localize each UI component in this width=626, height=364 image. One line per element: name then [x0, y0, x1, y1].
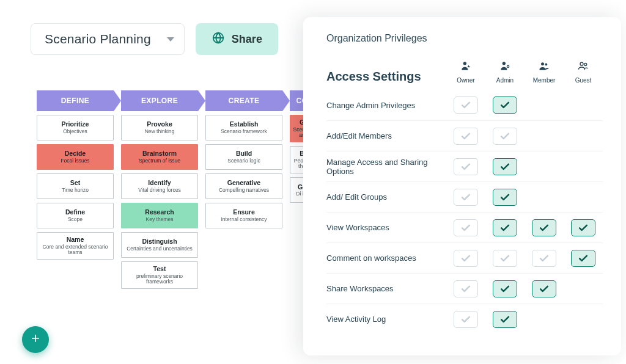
privilege-toggle[interactable]	[454, 96, 478, 114]
board-card[interactable]: DefineScope	[37, 203, 114, 228]
board-card[interactable]: BrainstormSpectrum of issue	[121, 144, 198, 170]
privilege-toggle[interactable]	[454, 158, 478, 175]
privilege-cell	[485, 158, 525, 175]
privilege-toggle[interactable]	[454, 189, 478, 206]
card-subtitle: Spectrum of issue	[139, 158, 180, 164]
card-title: Name	[67, 236, 84, 244]
privilege-cell	[446, 250, 485, 267]
board-card[interactable]: EstablishScenario framework	[205, 115, 282, 140]
privilege-toggle[interactable]	[571, 250, 595, 267]
privileges-rows: Change Admin PrivilegesAdd/Edit MembersM…	[326, 90, 603, 334]
board-card[interactable]: BuildScenario logic	[205, 144, 282, 170]
card-subtitle: Key themes	[146, 217, 174, 222]
privilege-cell	[525, 219, 564, 236]
privilege-name: Change Admin Privileges	[326, 101, 446, 110]
privilege-cell	[485, 219, 525, 236]
privilege-cell	[446, 311, 485, 328]
privilege-toggle[interactable]	[493, 219, 517, 236]
user-star-icon	[460, 60, 472, 75]
board-card[interactable]: PrioritizeObjectives	[37, 115, 114, 140]
role-label: Owner	[457, 77, 474, 84]
privilege-toggle[interactable]	[532, 280, 556, 297]
share-button[interactable]: Share	[196, 23, 278, 55]
privilege-cell	[564, 250, 603, 267]
privilege-cell	[485, 96, 525, 114]
privilege-row: Add/Edit Members	[326, 120, 603, 151]
privilege-toggle[interactable]	[532, 219, 556, 236]
privilege-row: Share Workspaces	[326, 273, 603, 304]
card-subtitle: Objectives	[63, 129, 87, 134]
svg-point-5	[545, 64, 547, 66]
privilege-cell	[485, 250, 525, 267]
privilege-cell	[446, 128, 485, 145]
privilege-cell	[446, 219, 485, 236]
privilege-toggle[interactable]	[493, 96, 517, 114]
add-button[interactable]	[22, 326, 49, 353]
privilege-name: Comment on workspaces	[326, 253, 446, 263]
board-card[interactable]: SetTime horizo	[37, 173, 114, 199]
privilege-row: Comment on workspaces	[326, 242, 603, 273]
board-card[interactable]: ProvokeNew thinking	[121, 115, 198, 140]
privilege-row: Change Admin Privileges	[326, 90, 603, 120]
user-gear-icon	[499, 60, 511, 75]
privilege-toggle[interactable]	[493, 189, 517, 206]
card-title: Generative	[227, 180, 260, 187]
card-title: Prioritize	[62, 121, 89, 128]
section-title: Access Settings	[326, 70, 446, 84]
board-card[interactable]: Testpreliminary scenario frameworks	[121, 261, 198, 289]
privilege-toggle[interactable]	[493, 280, 517, 297]
board-card[interactable]: NameCore and extended scenario teams	[37, 232, 114, 260]
card-title: Brainstorm	[142, 150, 177, 158]
role-member: Member	[525, 60, 564, 84]
column-header-label: CREATE	[229, 96, 260, 105]
privilege-name: View Activity Log	[326, 315, 446, 324]
card-subtitle: Certainties and uncertainties	[127, 246, 193, 252]
privilege-toggle[interactable]	[493, 311, 517, 328]
privilege-cell	[446, 96, 485, 114]
card-subtitle: Scenario framework	[221, 129, 267, 134]
users-outline-icon	[577, 60, 589, 75]
privilege-toggle[interactable]	[493, 128, 517, 145]
privilege-row: Manage Access and Sharing Options	[326, 151, 603, 181]
board-card[interactable]: IdentifyVital driving forces	[121, 173, 198, 199]
privilege-toggle[interactable]	[454, 219, 478, 236]
card-subtitle: Time horizo	[62, 187, 89, 193]
privilege-toggle[interactable]	[454, 280, 478, 297]
privilege-toggle[interactable]	[454, 128, 478, 145]
card-subtitle: Internal consistency	[221, 217, 267, 222]
role-label: Guest	[575, 77, 592, 84]
board-card[interactable]: EnsureInternal consistency	[205, 203, 282, 228]
column-header: DEFINE	[37, 90, 114, 111]
board-card[interactable]: DecideFocal issues	[37, 144, 114, 170]
privilege-toggle[interactable]	[493, 250, 517, 267]
project-selector[interactable]: Scenario Planning	[31, 23, 185, 55]
privilege-toggle[interactable]	[571, 219, 595, 236]
privilege-toggle[interactable]	[493, 158, 517, 175]
board-column: EXPLOREProvokeNew thinkingBrainstormSpec…	[121, 90, 198, 289]
card-title: Research	[145, 209, 174, 216]
privilege-name: Add/Edit Members	[326, 131, 446, 140]
privilege-toggle[interactable]	[532, 250, 556, 267]
privilege-cell	[446, 158, 485, 175]
card-subtitle: Scope	[68, 217, 83, 222]
column-header-label: DEFINE	[61, 96, 89, 105]
card-title: Define	[65, 209, 85, 216]
card-subtitle: preliminary scenario frameworks	[125, 274, 194, 285]
board-card[interactable]: GenerativeCompelling narratives	[205, 173, 282, 199]
board-card[interactable]: DistinguishCertainties and uncertainties	[121, 232, 198, 258]
column-header: CREATE	[205, 90, 282, 111]
card-subtitle: Vital driving forces	[138, 187, 180, 193]
privilege-name: Manage Access and Sharing Options	[326, 158, 446, 176]
card-subtitle: Compelling narratives	[219, 187, 269, 193]
card-title: Build	[236, 150, 252, 158]
role-label: Admin	[496, 77, 514, 84]
privilege-name: View Workspaces	[326, 223, 446, 232]
card-title: Provoke	[147, 121, 172, 128]
privilege-toggle[interactable]	[454, 250, 478, 267]
privilege-toggle[interactable]	[454, 311, 478, 328]
privilege-cell	[564, 219, 603, 236]
role-guest: Guest	[564, 60, 603, 84]
plus-icon	[29, 332, 42, 347]
svg-point-4	[541, 62, 544, 65]
board-card[interactable]: ResearchKey themes	[121, 203, 198, 228]
